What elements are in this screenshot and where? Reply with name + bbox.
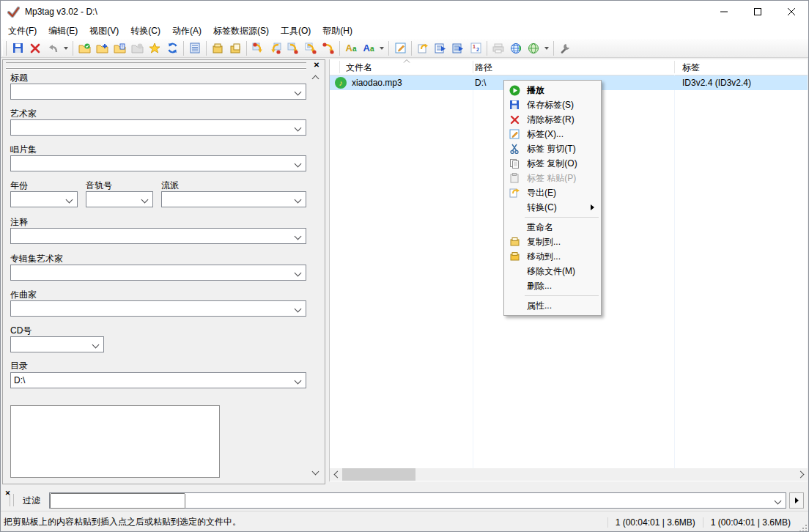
actions-button[interactable]: Aa [342,40,360,56]
convert-filename-tag-button[interactable] [267,40,284,56]
album-input[interactable] [11,156,295,171]
comment-input[interactable] [11,229,295,243]
title-input[interactable] [11,84,295,99]
edit-tag-button[interactable] [391,40,409,56]
undo-dropdown-button[interactable] [62,40,70,56]
actions-quick-button[interactable]: Aa [360,40,377,56]
context-menu-item-convert[interactable]: 转换(C) [504,200,601,215]
context-menu-item-remove-tag[interactable]: 清除标签(R) [504,112,601,127]
album-artist-combobox[interactable] [10,265,306,281]
resize-grip[interactable] [799,525,807,532]
menu-help[interactable]: 帮助(H) [317,23,358,39]
context-menu-item-properties[interactable]: 属性... [504,298,601,313]
create-playlist-button[interactable] [432,40,449,56]
menu-view[interactable]: 视图(V) [84,23,125,39]
create-playlist-current-button[interactable] [449,40,467,56]
remove-tag-button[interactable] [26,40,44,56]
context-menu-item-move-to[interactable]: 移动到... [504,249,601,264]
filter-grip[interactable] [10,494,14,506]
context-menu-item-save-tag[interactable]: 保存标签(S) [504,97,601,112]
track-combobox[interactable] [86,191,153,207]
context-menu-item-rename[interactable]: 重命名 [504,220,601,234]
context-menu-item-play[interactable]: 播放 [504,83,601,97]
year-combobox[interactable] [10,191,78,207]
disc-combobox[interactable] [10,336,104,352]
chevron-down-icon[interactable] [295,89,302,96]
composer-input[interactable] [11,301,295,316]
album-combobox[interactable] [10,155,306,171]
actions-dropdown-button[interactable] [377,40,386,56]
undo-button[interactable] [44,40,62,56]
scroll-right-button[interactable] [795,468,808,481]
directory-input[interactable] [11,373,295,388]
composer-combobox[interactable] [10,300,306,317]
chevron-down-icon[interactable] [92,341,100,349]
chevron-down-icon[interactable] [141,196,149,204]
genre-combobox[interactable] [161,191,306,207]
scroll-down-button[interactable] [309,466,322,479]
convert-text-file-tag-button[interactable] [302,40,319,56]
directory-combobox[interactable] [10,372,306,388]
menu-edit[interactable]: 编辑(E) [43,23,84,39]
scroll-up-button[interactable] [309,71,322,84]
column-header-filename[interactable]: 文件名 [346,62,372,73]
options-button[interactable] [556,40,574,56]
context-menu-item-tag-copy[interactable]: 标签 复制(O) [504,156,601,171]
maximize-button[interactable] [741,1,775,23]
track-input[interactable] [86,192,142,207]
chevron-down-icon[interactable] [295,270,302,277]
chevron-down-icon[interactable] [295,125,302,132]
year-input[interactable] [11,192,67,207]
tag-panel-close-button[interactable]: ✕ [312,61,321,70]
menu-actions[interactable]: 动作(A) [166,23,207,39]
print-button[interactable] [490,40,507,56]
favorites-button[interactable] [146,40,163,56]
menu-tools[interactable]: 工具(O) [275,23,317,39]
chevron-down-icon[interactable] [295,196,302,204]
artist-combobox[interactable] [10,119,306,136]
chevron-down-icon[interactable] [295,160,302,168]
menu-convert[interactable]: 转换(C) [125,23,166,39]
chevron-down-icon[interactable] [295,306,302,313]
genre-input[interactable] [162,192,295,207]
convert-tag-filename-button[interactable] [249,40,267,56]
scrollbar-thumb[interactable] [342,468,415,481]
chevron-down-icon[interactable] [775,498,782,505]
disc-input[interactable] [11,337,93,352]
open-playlist-button[interactable] [111,40,128,56]
scroll-left-button[interactable] [330,468,342,481]
auto-numbering-wizard-button[interactable]: 12 [467,40,484,56]
context-menu-item-delete[interactable]: 删除... [504,278,601,293]
column-header-tag[interactable]: 标签 [682,62,700,73]
extended-tags-button[interactable] [186,40,204,56]
refresh-button[interactable] [163,40,181,56]
toolbar-grip[interactable] [2,41,7,56]
filter-combobox[interactable] [49,492,786,509]
context-menu-item-tag-cut[interactable]: 标签 剪切(T) [504,141,601,156]
title-combobox[interactable] [10,84,306,100]
album-art-box[interactable] [10,405,220,478]
tag-panel-scrollbar[interactable] [309,71,322,479]
chevron-down-icon[interactable] [295,377,302,385]
filter-apply-button[interactable] [789,492,804,509]
web-source-menu-button[interactable] [525,40,542,56]
web-source-button[interactable] [507,40,525,56]
context-menu-item-copy-to[interactable]: 复制到... [504,234,601,249]
menu-tag-sources[interactable]: 标签数据源(S) [207,23,275,39]
file-list-horizontal-scrollbar[interactable] [330,468,808,481]
context-menu-item-export[interactable]: 导出(E) [504,185,601,200]
context-menu-item-remove-file[interactable]: 移除文件(M) [504,264,601,278]
convert-tag-tag-button[interactable] [319,40,337,56]
export-button[interactable] [414,40,432,56]
chevron-down-icon[interactable] [66,196,73,204]
filter-input[interactable] [50,493,185,509]
cut-tag-button[interactable] [209,40,226,56]
minimize-button[interactable] [707,1,741,23]
comment-combobox[interactable] [10,228,306,244]
library-button[interactable] [128,40,146,56]
web-source-dropdown-button[interactable] [542,40,551,56]
context-menu-item-tag[interactable]: 标签(X)... [504,127,601,141]
save-tag-button[interactable] [9,40,26,56]
add-directory-button[interactable] [93,40,111,56]
menu-file[interactable]: 文件(F) [2,23,43,39]
